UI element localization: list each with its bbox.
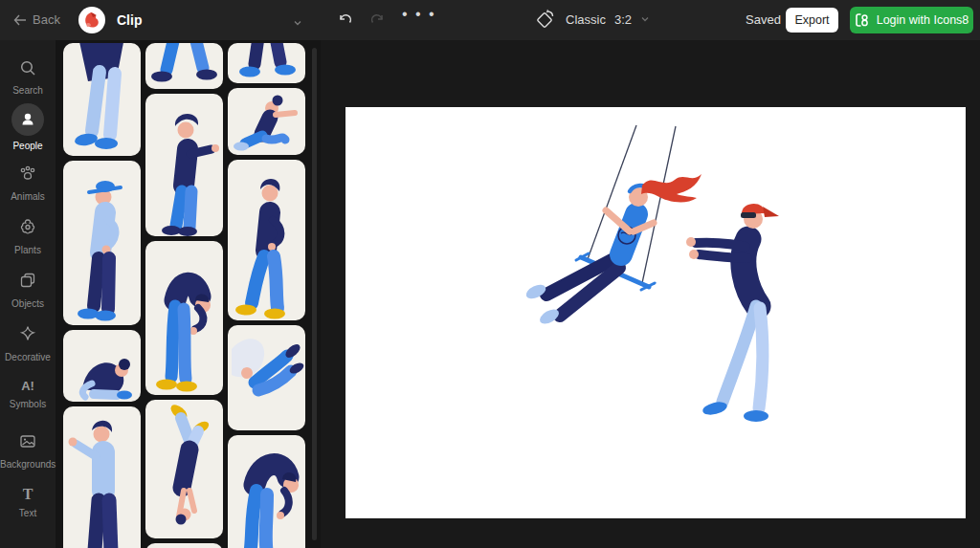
flower-icon (17, 216, 38, 237)
back-button[interactable]: Back (13, 12, 60, 27)
redo-icon (368, 11, 386, 28)
sidebar-label: Text (0, 508, 56, 518)
clip-logo (78, 7, 105, 33)
sidebar-item-symbols[interactable]: A! Symbols (0, 377, 56, 409)
aspect-ratio-value: 3:2 (614, 12, 632, 27)
rotate-aspect-icon (536, 8, 557, 31)
aspect-ratio-selector[interactable]: Classic 3:2 (536, 8, 650, 31)
chevron-down-icon (640, 14, 650, 24)
thumb-person-navy-legs[interactable] (228, 43, 305, 83)
sidebar-item-text[interactable]: T Text (0, 486, 56, 518)
thumb-person-kneeling-bow[interactable] (63, 330, 141, 402)
sidebar-label: Plants (0, 245, 56, 255)
app-name: Clip (117, 12, 142, 28)
panel-scrollbar[interactable] (312, 48, 317, 540)
thumb-person-hunched[interactable] (228, 435, 305, 548)
thumb-person-feet[interactable] (145, 43, 223, 89)
sidebar-item-decorative[interactable]: Decorative (0, 323, 56, 362)
sidebar-label: Search (0, 85, 56, 96)
thumb-person-hat-leaning[interactable] (63, 161, 141, 325)
artboard[interactable] (345, 107, 966, 518)
sidebar-item-animals[interactable]: Animals (0, 163, 56, 202)
undo-icon (337, 11, 354, 28)
saved-status: Saved (746, 12, 781, 27)
more-menu-button[interactable]: • • • (402, 6, 436, 23)
thumb-person-kneel-reach[interactable] (228, 88, 305, 155)
category-sidebar: Search People Animals Plants (0, 40, 56, 548)
sidebar-label: People (0, 141, 56, 151)
export-button[interactable]: Export (786, 8, 838, 33)
sidebar-item-backgrounds[interactable]: Backgrounds (0, 430, 56, 470)
thumb-card-partial[interactable] (145, 543, 223, 548)
top-bar: Back Clip • • • Classi (0, 0, 980, 40)
thumb-person-pointing[interactable] (145, 94, 223, 236)
aspect-preset-label: Classic (566, 12, 606, 27)
login-button[interactable]: Login with Icons8 (850, 7, 973, 33)
person-icon (11, 103, 44, 136)
icons8-logo-icon (855, 12, 870, 28)
sidebar-label: Animals (0, 191, 56, 202)
login-label: Login with Icons8 (877, 13, 969, 27)
sidebar-item-plants[interactable]: Plants (0, 216, 56, 255)
sidebar-label: Objects (0, 298, 56, 309)
sidebar-label: Decorative (0, 352, 56, 362)
sparkle-icon (17, 323, 38, 344)
swing-illustration[interactable] (345, 107, 966, 518)
back-label: Back (33, 12, 60, 27)
text-icon: T (23, 486, 33, 502)
sidebar-label: Symbols (0, 399, 56, 409)
thumb-person-bending[interactable] (145, 241, 223, 395)
search-icon (17, 57, 38, 78)
back-arrow-icon (13, 14, 27, 26)
thumb-person-handstand[interactable] (145, 400, 223, 538)
undo-button[interactable] (337, 11, 354, 32)
canvas-background (321, 40, 980, 548)
thumb-person-walking[interactable] (228, 160, 305, 320)
sidebar-item-search[interactable]: Search (0, 57, 56, 96)
thumb-person-legs-kicked[interactable] (228, 325, 305, 430)
sidebar-item-people[interactable]: People (0, 103, 56, 151)
symbols-icon: A! (21, 379, 34, 393)
thumb-person-arm-out[interactable] (63, 406, 141, 548)
sidebar-item-objects[interactable]: Objects (0, 270, 56, 309)
redo-button[interactable] (368, 11, 386, 32)
chevron-down-icon[interactable] (293, 14, 302, 32)
objects-icon (17, 270, 38, 291)
thumb-person-walking-legs[interactable] (63, 43, 141, 156)
sidebar-label: Backgrounds (0, 459, 56, 470)
image-icon (17, 430, 38, 451)
paw-icon (17, 163, 38, 184)
project-selector[interactable]: Clip (78, 7, 142, 33)
people-thumbnail-panel (56, 40, 321, 548)
